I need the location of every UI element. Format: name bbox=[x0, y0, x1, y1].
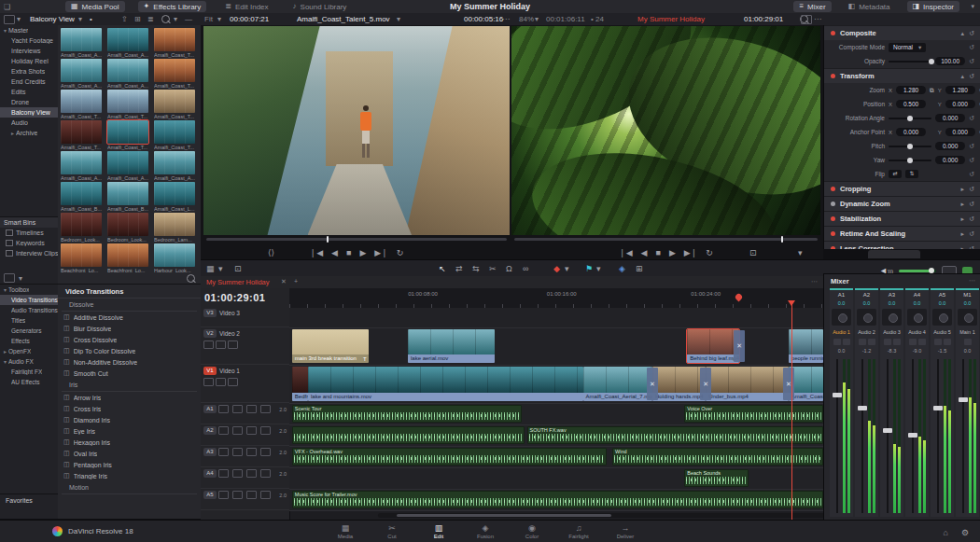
bin-item-balcony-view[interactable]: Balcony View bbox=[0, 107, 58, 118]
smart-bin-item-timelines[interactable]: Timelines bbox=[0, 228, 58, 238]
section-enable-dot[interactable] bbox=[831, 246, 835, 249]
track-lock-icon[interactable] bbox=[218, 405, 229, 413]
mixer-strip-a2[interactable]: A20.0Audio 2-1.2 bbox=[855, 288, 878, 517]
bin-item-master[interactable]: ▾Master bbox=[0, 25, 58, 35]
smart-bin-item-keywords[interactable]: Keywords bbox=[0, 238, 58, 248]
track-header-v3[interactable]: V3Video 3 bbox=[201, 308, 289, 327]
section-enable-dot[interactable] bbox=[831, 74, 835, 78]
match-frame-icon[interactable]: ⊡ bbox=[749, 245, 757, 260]
section-reset-icon[interactable]: ↺ bbox=[969, 245, 974, 250]
bin-item-edits[interactable]: Edits bbox=[0, 87, 58, 97]
page-tab-cut[interactable]: ✂Cut bbox=[369, 521, 415, 542]
timeline-clip[interactable]: Amalfi_Coast_Aerial_7.mov bbox=[583, 367, 652, 401]
track-monitor-icon[interactable] bbox=[228, 378, 238, 386]
effects-caret-icon[interactable]: ▾ bbox=[19, 274, 22, 283]
timeline-scrub-bar[interactable] bbox=[514, 238, 818, 241]
pan-value[interactable]: 0.0 bbox=[855, 300, 878, 306]
pan-knob[interactable] bbox=[832, 309, 851, 326]
page-tab-color[interactable]: ◉Color bbox=[509, 521, 555, 542]
media-clip-thumbnail[interactable] bbox=[61, 28, 102, 51]
timeline-clip[interactable]: Behind big leaf.mp4 bbox=[687, 329, 739, 363]
track-solo-icon[interactable] bbox=[246, 491, 257, 499]
solo-button[interactable] bbox=[868, 339, 875, 345]
section-collapse-icon[interactable]: ▴ bbox=[961, 73, 965, 80]
effect-item-eye-iris[interactable]: ◫Eye Iris bbox=[58, 425, 201, 437]
timeline-clip[interactable]: Bedfront_... bbox=[292, 367, 308, 401]
page-tab-edit[interactable]: ▥Edit bbox=[415, 521, 462, 542]
page-tab-fusion[interactable]: ◈Fusion bbox=[462, 521, 509, 542]
track-target-button[interactable]: A2 bbox=[203, 426, 217, 435]
flag-icon[interactable]: ⚑ bbox=[585, 261, 593, 276]
favorites-label[interactable]: Favorites bbox=[0, 494, 58, 506]
bin-caret-icon[interactable]: ▸ bbox=[11, 130, 14, 136]
row-reset-icon[interactable]: ↺ bbox=[969, 58, 974, 65]
fader-handle[interactable] bbox=[933, 406, 943, 410]
media-clip-thumbnail[interactable] bbox=[154, 213, 195, 236]
track-solo-icon[interactable] bbox=[246, 405, 257, 413]
effects-tree-item-generators[interactable]: Generators bbox=[0, 326, 58, 336]
source-zoom-caret-icon[interactable]: ▾ bbox=[217, 15, 221, 23]
section-collapse-icon[interactable]: ▸ bbox=[961, 215, 965, 223]
timeline-zoom-caret-icon[interactable]: ▾ bbox=[535, 15, 539, 23]
effect-item-smooth-cut[interactable]: ◫Smooth Cut bbox=[58, 368, 201, 379]
y-value-field[interactable]: 0.000 bbox=[945, 128, 975, 136]
pan-value[interactable]: 0.0 bbox=[830, 300, 853, 306]
effects-tree-item-audio-fx[interactable]: ▾Audio FX bbox=[0, 356, 58, 367]
loop-button[interactable]: ↻ bbox=[397, 245, 404, 260]
fader-track[interactable] bbox=[861, 359, 863, 513]
track-header-a5[interactable]: A52.0 bbox=[201, 490, 289, 510]
tree-caret-icon[interactable]: ▾ bbox=[4, 286, 7, 293]
pan-knob[interactable] bbox=[958, 309, 977, 326]
jog-icon[interactable]: ⟨⟩ bbox=[268, 245, 274, 260]
x-value-field[interactable]: 0.500 bbox=[896, 100, 926, 108]
section-collapse-icon[interactable]: ▸ bbox=[961, 201, 965, 208]
track-mute-icon[interactable] bbox=[260, 491, 271, 499]
media-clip-thumbnail[interactable] bbox=[61, 59, 102, 82]
search-icon[interactable] bbox=[161, 15, 170, 23]
source-clip-caret-icon[interactable]: ▾ bbox=[397, 15, 400, 23]
section-reset-icon[interactable]: ↺ bbox=[969, 73, 974, 80]
timeline-clip[interactable]: lake aerial.mov bbox=[408, 329, 495, 363]
value-slider[interactable] bbox=[889, 160, 931, 161]
track-target-button[interactable]: A3 bbox=[203, 448, 217, 456]
section-reset-icon[interactable]: ↺ bbox=[969, 186, 974, 193]
section-reset-icon[interactable]: ↺ bbox=[969, 201, 974, 208]
media-clip-thumbnail[interactable] bbox=[107, 213, 148, 236]
row-reset-icon[interactable]: ↺ bbox=[969, 171, 974, 178]
effects-tree-item-openfx[interactable]: ▸OpenFX bbox=[0, 346, 58, 356]
step-forward-button[interactable]: ▶❘ bbox=[374, 245, 387, 260]
fader-handle[interactable] bbox=[858, 406, 867, 410]
source-scrub-bar[interactable] bbox=[206, 238, 507, 241]
effects-tree-item-video-transitions[interactable]: Video Transitions bbox=[0, 295, 58, 305]
timeline-timecode[interactable]: 01:00:29:01 bbox=[204, 292, 265, 303]
section-collapse-icon[interactable]: ▸ bbox=[961, 245, 965, 250]
transition-marker-icon[interactable]: ✕ bbox=[700, 368, 711, 400]
fader-track[interactable] bbox=[912, 359, 914, 513]
audio-clip[interactable]: Music Score for Trailer.mov bbox=[292, 491, 823, 508]
effect-item-additive-dissolve[interactable]: ◫Additive Dissolve bbox=[58, 312, 201, 323]
y-value-field[interactable]: 0.000 bbox=[945, 100, 975, 108]
clip-menu-caret-icon[interactable]: ▾ bbox=[798, 245, 803, 260]
track-auto-select-icon[interactable] bbox=[232, 469, 243, 478]
value-slider[interactable] bbox=[889, 146, 931, 147]
razor-edit-icon[interactable]: ✂ bbox=[489, 261, 497, 276]
inspector-section-transform[interactable]: Transform▴↺ bbox=[824, 68, 980, 83]
media-clip-thumbnail[interactable] bbox=[154, 120, 195, 144]
track-target-button[interactable]: V2 bbox=[203, 329, 217, 338]
timeline-viewer-name[interactable]: My Summer Holiday bbox=[637, 15, 705, 23]
toggle-sound-library[interactable]: ♪Sound Library bbox=[287, 1, 353, 12]
toggle-effects-library[interactable]: ✦Effects Library bbox=[138, 1, 207, 12]
dynamic-trim-icon[interactable]: ⇆ bbox=[472, 261, 480, 276]
fader-handle[interactable] bbox=[959, 397, 968, 402]
step-back-button[interactable]: ◀ bbox=[641, 245, 648, 260]
transition-marker-icon[interactable]: ✕ bbox=[734, 330, 745, 362]
pan-knob[interactable] bbox=[932, 309, 952, 326]
media-clip-thumbnail[interactable] bbox=[154, 28, 195, 51]
timeline-lanes[interactable]: 01:00:08:0001:00:16:0001:00:24:00 main 3… bbox=[289, 288, 823, 520]
go-to-first-frame-button[interactable]: ❘◀ bbox=[619, 245, 632, 260]
import-media-icon[interactable]: ⇪ bbox=[121, 15, 128, 23]
mute-button[interactable] bbox=[833, 339, 841, 345]
effect-item-pentagon-iris[interactable]: ◫Pentagon Iris bbox=[58, 459, 201, 470]
inspector-section-composite[interactable]: Composite▴↺ bbox=[824, 25, 980, 40]
timeline-marker[interactable] bbox=[734, 293, 743, 302]
